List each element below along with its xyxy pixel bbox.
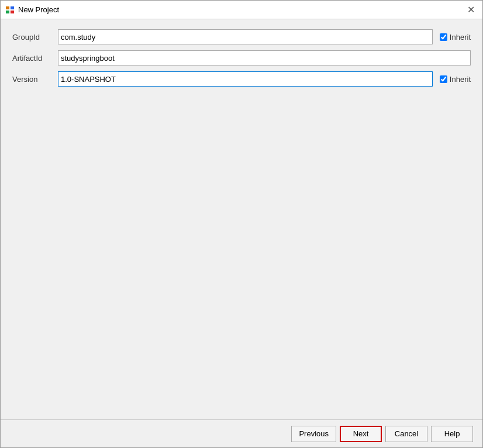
- app-icon: [5, 5, 15, 15]
- dialog-title: New Project: [18, 5, 59, 14]
- version-inherit-container: Inherit: [440, 75, 471, 84]
- artifactid-row: ArtifactId: [12, 50, 471, 66]
- cancel-button[interactable]: Cancel: [385, 426, 427, 442]
- groupid-row: GroupId Inherit: [12, 29, 471, 45]
- version-inherit-label[interactable]: Inherit: [450, 75, 471, 84]
- groupid-inherit-container: Inherit: [440, 33, 471, 42]
- footer: Previous Next Cancel Help: [1, 419, 482, 447]
- artifactid-label: ArtifactId: [12, 54, 53, 63]
- svg-rect-1: [11, 6, 14, 9]
- groupid-inherit-label[interactable]: Inherit: [450, 33, 471, 42]
- content-spacer: [12, 92, 471, 410]
- previous-button[interactable]: Previous: [291, 426, 336, 442]
- version-inherit-checkbox[interactable]: [440, 75, 447, 83]
- title-bar-left: New Project: [5, 5, 59, 15]
- version-row: Version Inherit: [12, 71, 471, 87]
- close-button[interactable]: ✕: [464, 3, 478, 17]
- svg-rect-2: [6, 11, 9, 13]
- title-bar: New Project ✕: [1, 1, 482, 19]
- artifactid-input[interactable]: [58, 50, 471, 66]
- version-input[interactable]: [58, 71, 433, 87]
- help-button[interactable]: Help: [431, 426, 473, 442]
- version-label: Version: [12, 75, 53, 84]
- new-project-dialog: New Project ✕ GroupId Inherit ArtifactId…: [0, 0, 483, 448]
- next-button[interactable]: Next: [340, 426, 382, 442]
- content-area: GroupId Inherit ArtifactId Version Inher…: [1, 19, 482, 419]
- groupid-input[interactable]: [58, 29, 433, 44]
- groupid-inherit-checkbox[interactable]: [440, 33, 447, 41]
- groupid-label: GroupId: [12, 33, 53, 42]
- svg-rect-3: [11, 11, 14, 13]
- svg-rect-0: [6, 6, 9, 9]
